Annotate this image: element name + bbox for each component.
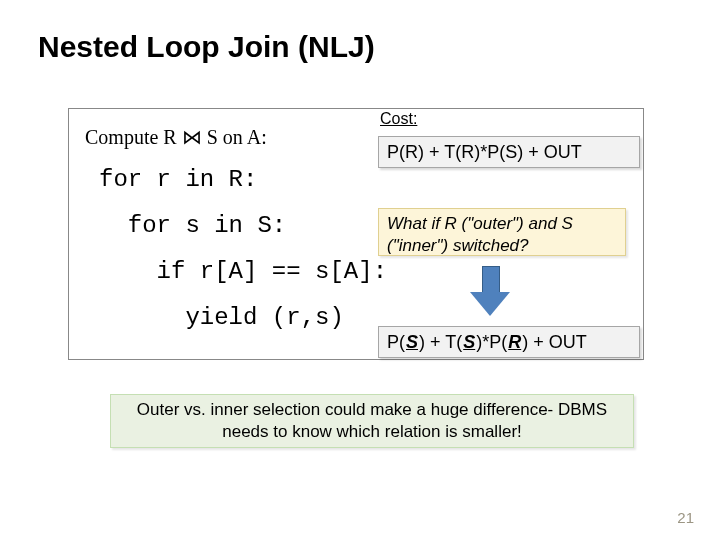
f2-post: ) + OUT [522, 332, 587, 353]
compute-expression: R ⋈ S on A: [163, 125, 266, 149]
f2-pre: P( [387, 332, 405, 353]
pseudocode: for r in R: for s in S: if r[A] == s[A]:… [99, 157, 387, 341]
page-number: 21 [677, 509, 694, 526]
down-arrow-icon [470, 266, 510, 320]
slide: Nested Loop Join (NLJ) Compute R ⋈ S on … [0, 0, 720, 540]
switch-question: What if R ("outer") and S ("inner") swit… [378, 208, 626, 256]
f2-mid1: ) + T( [419, 332, 462, 353]
summary-note: Outer vs. inner selection could make a h… [110, 394, 634, 448]
f2-mid2: )*P( [476, 332, 507, 353]
compute-line: Compute R ⋈ S on A: [85, 125, 267, 149]
cost-formula-2: P(S) + T(S)*P(R) + OUT [378, 326, 640, 358]
f2-s1: S [405, 332, 419, 353]
f2-s2: S [462, 332, 476, 353]
cost-label: Cost: [380, 110, 417, 128]
cost-formula-1: P(R) + T(R)*P(S) + OUT [378, 136, 640, 168]
compute-prefix: Compute [85, 126, 163, 148]
f2-r1: R [507, 332, 522, 353]
slide-title: Nested Loop Join (NLJ) [38, 30, 375, 64]
